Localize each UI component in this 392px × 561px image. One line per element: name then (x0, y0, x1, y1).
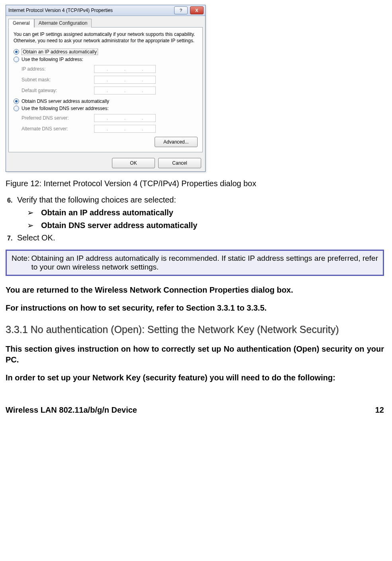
radio-use-ip[interactable]: Use the following IP address: (14, 57, 198, 62)
dialog-button-bar: OK Cancel (6, 155, 205, 171)
ip-address-input[interactable]: ... (94, 65, 156, 73)
ipv4-properties-dialog: Internet Protocol Version 4 (TCP/IPv4) P… (6, 5, 206, 172)
bullet-ip-auto: ➢Obtain an IP address automatically (27, 208, 384, 217)
tab-body: You can get IP settings assigned automat… (8, 27, 203, 152)
radio-use-dns[interactable]: Use the following DNS server addresses: (14, 106, 198, 111)
page-number: 12 (375, 405, 384, 415)
bullet-dns-auto: ➢Obtain DNS server address automatically (27, 220, 384, 230)
bullet-arrow-icon: ➢ (27, 208, 34, 217)
paragraph-setup-lead: In order to set up your Network Key (sec… (6, 372, 384, 383)
intro-text: You can get IP settings assigned automat… (14, 31, 198, 44)
subnet-mask-input[interactable]: ... (94, 76, 156, 84)
help-button[interactable]: ? (174, 6, 188, 14)
paragraph-instructions: For instructions on how to set security,… (6, 303, 384, 313)
close-icon: X (195, 8, 198, 13)
bullet-arrow-icon: ➢ (27, 221, 34, 230)
radio-obtain-ip-auto[interactable]: Obtain an IP address automatically (14, 49, 198, 55)
figure-caption: Figure 12: Internet Protocol Version 4 (… (6, 179, 384, 188)
label-alternate-dns: Alternate DNS server: (22, 126, 89, 132)
label-ip-address: IP address: (22, 66, 89, 72)
paragraph-return: You are returned to the Wireless Network… (6, 285, 384, 295)
radio-icon (14, 106, 19, 111)
paragraph-section-intro: This section gives instruction on how to… (6, 344, 384, 365)
radio-icon (14, 98, 19, 104)
note-title: Note: (12, 254, 29, 272)
note-box: Note: Obtaining an IP address automatica… (6, 250, 384, 276)
step-7: 7. Select OK. (7, 233, 384, 242)
label-subnet-mask: Subnet mask: (22, 77, 89, 83)
titlebar[interactable]: Internet Protocol Version 4 (TCP/IPv4) P… (6, 5, 205, 16)
step-6: 6. Verify that the following choices are… (7, 195, 384, 230)
dialog-title: Internet Protocol Version 4 (TCP/IPv4) P… (8, 8, 172, 13)
radio-label: Use the following DNS server addresses: (22, 106, 109, 111)
cancel-button[interactable]: Cancel (158, 158, 201, 168)
label-preferred-dns: Preferred DNS server: (22, 115, 89, 121)
section-heading-3-3-1: 3.3.1 No authentication (Open): Setting … (6, 323, 384, 337)
radio-obtain-dns-auto[interactable]: Obtain DNS server address automatically (14, 98, 198, 104)
radio-label: Use the following IP address: (22, 57, 83, 62)
step-text: Verify that the following choices are se… (17, 195, 176, 204)
step-number: 7. (7, 235, 12, 242)
advanced-button[interactable]: Advanced... (155, 137, 198, 147)
tab-strip: General Alternate Configuration (6, 16, 205, 27)
alternate-dns-input[interactable]: ... (94, 125, 156, 133)
radio-icon (14, 49, 19, 55)
note-body: Obtaining an IP address automatically is… (31, 254, 378, 272)
footer-product: Wireless LAN 802.11a/b/g/n Device (6, 405, 137, 415)
step-number: 6. (7, 197, 12, 204)
step-text: Select OK. (17, 233, 55, 242)
tab-general[interactable]: General (8, 19, 34, 28)
ok-button[interactable]: OK (112, 158, 155, 168)
help-icon: ? (180, 8, 182, 13)
default-gateway-input[interactable]: ... (94, 87, 156, 94)
radio-label: Obtain DNS server address automatically (22, 98, 109, 104)
preferred-dns-input[interactable]: ... (94, 114, 156, 122)
tab-alternate-configuration[interactable]: Alternate Configuration (34, 19, 92, 28)
label-default-gateway: Default gateway: (22, 88, 89, 93)
radio-icon (14, 57, 19, 62)
close-button[interactable]: X (190, 6, 204, 14)
radio-label: Obtain an IP address automatically (22, 49, 98, 55)
